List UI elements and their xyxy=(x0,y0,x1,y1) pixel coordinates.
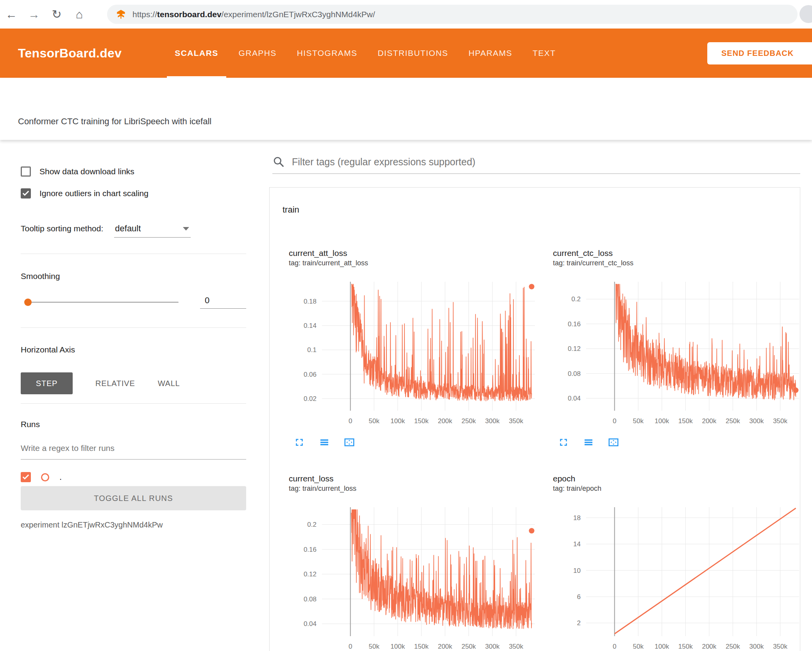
profile-avatar[interactable] xyxy=(799,5,812,23)
svg-text:0.16: 0.16 xyxy=(304,546,317,553)
svg-text:350k: 350k xyxy=(773,643,787,650)
svg-text:0: 0 xyxy=(349,643,352,650)
svg-text:300k: 300k xyxy=(749,643,764,650)
divider xyxy=(21,254,246,254)
forward-icon[interactable]: → xyxy=(23,8,45,21)
filter-tags-input[interactable] xyxy=(292,156,800,168)
tab-label: SCALARS xyxy=(175,48,218,58)
main-panel: train current_att_losstag: train/current… xyxy=(269,140,812,651)
svg-text:0.08: 0.08 xyxy=(568,370,581,377)
chart-plot-epoch[interactable]: 26101418050k100k150k200k250k300k350k xyxy=(553,503,803,651)
tensorboard-logo: TensorBoard.dev xyxy=(18,46,122,61)
smoothing-slider[interactable] xyxy=(25,302,179,303)
section-title[interactable]: train xyxy=(270,188,800,238)
chart-title: epoch xyxy=(553,474,803,485)
chart-card-current_att_loss: current_att_losstag: train/current_att_l… xyxy=(289,249,539,448)
svg-text:0.02: 0.02 xyxy=(304,395,317,402)
tab-graphs[interactable]: GRAPHS xyxy=(229,29,287,78)
svg-text:100k: 100k xyxy=(390,643,405,650)
chart-plot-current_att_loss[interactable]: 0.020.060.10.140.18050k100k150k200k250k3… xyxy=(289,278,539,431)
search-icon xyxy=(272,156,285,168)
url-text: https://tensorboard.dev/experiment/lzGnE… xyxy=(132,10,375,19)
svg-text:350k: 350k xyxy=(509,643,523,650)
fit-domain-icon[interactable] xyxy=(608,436,619,448)
chart-toolbar xyxy=(293,436,539,448)
browser-chrome: ← → ↻ ⌂ https://tensorboard.dev/experime… xyxy=(0,0,812,29)
expand-chart-icon[interactable] xyxy=(558,436,569,448)
toggle-lines-icon[interactable] xyxy=(318,436,330,448)
train-section-card: train current_att_losstag: train/current… xyxy=(269,187,800,651)
toggle-all-runs-button[interactable]: TOGGLE ALL RUNS xyxy=(21,486,246,510)
tab-scalars[interactable]: SCALARS xyxy=(165,29,228,78)
run-checkbox[interactable] xyxy=(21,472,31,482)
chart-tag: tag: train/current_loss xyxy=(289,485,539,494)
svg-text:0.12: 0.12 xyxy=(568,345,581,352)
experiment-title-bar: Conformer CTC training for LibriSpeech w… xyxy=(0,78,812,140)
svg-text:0.18: 0.18 xyxy=(304,298,317,305)
url-scheme: https:// xyxy=(132,10,157,19)
experiment-title: Conformer CTC training for LibriSpeech w… xyxy=(18,116,211,127)
tensorboard-favicon xyxy=(116,9,126,20)
chart-plot-current_loss[interactable]: 0.040.080.120.160.2050k100k150k200k250k3… xyxy=(289,503,539,651)
svg-text:0: 0 xyxy=(613,417,616,425)
ignore-outliers-checkbox[interactable] xyxy=(21,188,31,199)
send-feedback-button[interactable]: SEND FEEDBACK xyxy=(707,42,812,64)
svg-text:150k: 150k xyxy=(414,643,429,650)
svg-text:300k: 300k xyxy=(485,417,500,425)
svg-text:200k: 200k xyxy=(438,643,452,650)
chart-tag: tag: train/epoch xyxy=(553,485,803,494)
svg-text:0.1: 0.1 xyxy=(307,346,317,354)
address-bar[interactable]: https://tensorboard.dev/experiment/lzGnE… xyxy=(107,5,798,24)
chart-tag: tag: train/current_ctc_loss xyxy=(553,259,803,268)
svg-text:150k: 150k xyxy=(678,643,693,650)
svg-text:100k: 100k xyxy=(655,417,669,425)
divider xyxy=(21,327,246,328)
expand-chart-icon[interactable] xyxy=(293,436,305,448)
chart-plot-current_ctc_loss[interactable]: 0.040.080.120.160.2050k100k150k200k250k3… xyxy=(553,278,803,431)
tab-distributions[interactable]: DISTRIBUTIONS xyxy=(368,29,458,78)
chart-card-epoch: epochtag: train/epoch26101418050k100k150… xyxy=(553,474,803,651)
tooltip-sorting-select[interactable]: default xyxy=(114,224,191,238)
svg-text:50k: 50k xyxy=(368,417,379,425)
tab-histograms[interactable]: HISTOGRAMS xyxy=(287,29,368,78)
home-icon[interactable]: ⌂ xyxy=(68,8,91,21)
chart-toolbar xyxy=(558,436,803,448)
back-icon[interactable]: ← xyxy=(0,8,23,21)
smoothing-slider-row: 0 xyxy=(21,298,246,306)
svg-text:0.14: 0.14 xyxy=(304,322,317,329)
content: Show data download links Ignore outliers… xyxy=(0,140,812,651)
tab-hparams[interactable]: HPARAMS xyxy=(458,29,522,78)
smoothing-label: Smoothing xyxy=(21,272,246,281)
axis-wall-button[interactable]: WALL xyxy=(158,379,180,388)
ignore-outliers-label: Ignore outliers in chart scaling xyxy=(39,189,148,198)
reload-icon[interactable]: ↻ xyxy=(45,7,68,21)
header-nav: SCALARS GRAPHS HISTOGRAMS DISTRIBUTIONS … xyxy=(165,29,566,78)
runs-filter-input[interactable] xyxy=(21,441,246,460)
axis-step-button[interactable]: STEP xyxy=(21,372,73,394)
svg-text:300k: 300k xyxy=(749,417,764,425)
svg-text:200k: 200k xyxy=(702,417,716,425)
svg-text:150k: 150k xyxy=(414,417,429,425)
tab-text[interactable]: TEXT xyxy=(522,29,566,78)
smoothing-value[interactable]: 0 xyxy=(200,295,246,309)
run-color-swatch-icon[interactable] xyxy=(41,473,49,481)
tooltip-sorting-value: default xyxy=(115,224,141,234)
tooltip-sorting-label: Tooltip sorting method: xyxy=(21,224,103,233)
show-download-links-label: Show data download links xyxy=(39,167,134,176)
axis-relative-button[interactable]: RELATIVE xyxy=(95,379,135,388)
svg-text:0.06: 0.06 xyxy=(304,371,317,378)
slider-thumb[interactable] xyxy=(24,299,32,306)
svg-text:0.2: 0.2 xyxy=(571,295,581,303)
charts-grid: current_att_losstag: train/current_att_l… xyxy=(270,238,800,651)
toggle-lines-icon[interactable] xyxy=(583,436,594,448)
svg-text:300k: 300k xyxy=(485,643,500,650)
chart-title: current_att_loss xyxy=(289,249,539,259)
show-download-links-checkbox[interactable] xyxy=(21,166,31,177)
filter-tags-row xyxy=(272,156,800,174)
svg-text:100k: 100k xyxy=(655,643,669,650)
svg-text:2: 2 xyxy=(577,619,581,627)
fit-domain-icon[interactable] xyxy=(343,436,355,448)
url-host: tensorboard.dev xyxy=(157,10,222,19)
svg-text:0: 0 xyxy=(349,417,352,425)
svg-text:100k: 100k xyxy=(390,417,405,425)
